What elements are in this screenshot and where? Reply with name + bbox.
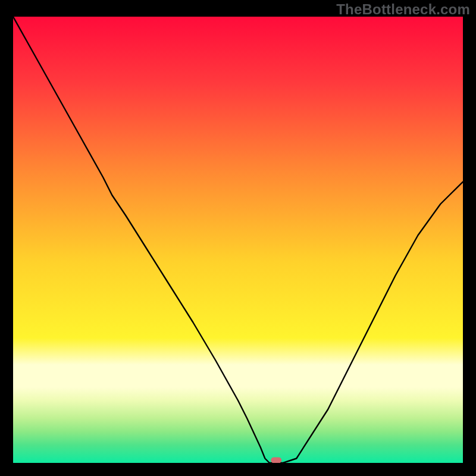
- optimal-marker: [271, 458, 281, 464]
- plot-area: [13, 17, 463, 463]
- gradient-background: [13, 17, 463, 463]
- chart-svg: [13, 17, 463, 463]
- watermark-text: TheBottleneck.com: [336, 1, 470, 18]
- chart-frame: TheBottleneck.com: [0, 0, 476, 476]
